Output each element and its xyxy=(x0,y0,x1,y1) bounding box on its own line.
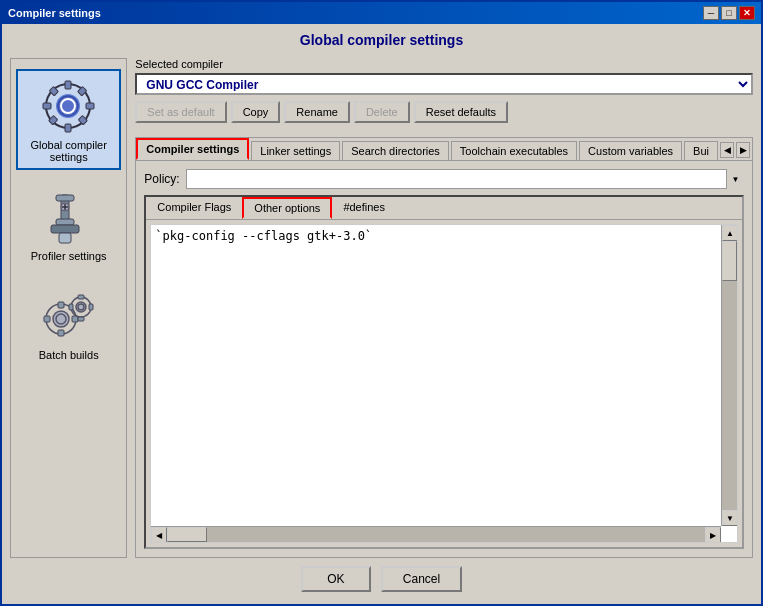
horizontal-scrollbar[interactable]: ◀ ▶ xyxy=(151,526,721,542)
set-as-default-button[interactable]: Set as default xyxy=(135,101,226,123)
svg-rect-26 xyxy=(44,316,50,322)
cancel-button[interactable]: Cancel xyxy=(381,566,462,592)
svg-rect-16 xyxy=(51,225,79,233)
profiler-icon xyxy=(39,187,99,247)
tab-linker-settings[interactable]: Linker settings xyxy=(251,141,340,160)
svg-rect-25 xyxy=(58,330,64,336)
sidebar-item-profiler[interactable]: Profiler settings xyxy=(16,180,121,269)
svg-rect-3 xyxy=(65,81,71,89)
window-content: Global compiler settings xyxy=(2,24,761,604)
tab-bui[interactable]: Bui xyxy=(684,141,718,160)
svg-rect-32 xyxy=(78,317,84,321)
compiler-row: GNU GCC Compiler xyxy=(135,73,753,95)
svg-rect-31 xyxy=(78,295,84,299)
outer-tabs-list: Compiler settings Linker settings Search… xyxy=(136,138,720,160)
reset-defaults-button[interactable]: Reset defaults xyxy=(414,101,508,123)
outer-tab-content: Policy: ▼ C xyxy=(136,161,752,557)
scroll-thumb-v[interactable] xyxy=(722,241,737,281)
compiler-select[interactable]: GNU GCC Compiler xyxy=(135,73,753,95)
svg-rect-17 xyxy=(59,233,71,243)
tab-nav-right[interactable]: ▶ xyxy=(736,142,750,158)
copy-button[interactable]: Copy xyxy=(231,101,281,123)
delete-button[interactable]: Delete xyxy=(354,101,410,123)
minimize-button[interactable]: ─ xyxy=(703,6,719,20)
scroll-down-arrow[interactable]: ▼ xyxy=(722,510,738,526)
sidebar-label-profiler: Profiler settings xyxy=(31,250,107,262)
scroll-thumb-h[interactable] xyxy=(167,527,207,542)
policy-select-wrapper: ▼ xyxy=(186,169,744,189)
tab-compiler-settings[interactable]: Compiler settings xyxy=(136,138,249,160)
svg-rect-6 xyxy=(86,103,94,109)
scroll-track-v[interactable] xyxy=(722,241,737,510)
title-bar: Compiler settings ─ □ ✕ xyxy=(2,2,761,24)
svg-rect-24 xyxy=(58,302,64,308)
gear-settings-icon xyxy=(39,76,99,136)
close-button[interactable]: ✕ xyxy=(739,6,755,20)
scroll-up-arrow[interactable]: ▲ xyxy=(722,225,738,241)
svg-rect-5 xyxy=(43,103,51,109)
tab-nav-left[interactable]: ◀ xyxy=(720,142,734,158)
svg-rect-4 xyxy=(65,124,71,132)
sidebar-item-batch-builds[interactable]: Batch builds xyxy=(16,279,121,368)
sidebar-label-batch: Batch builds xyxy=(39,349,99,361)
sidebar-label-global: Global compiler settings xyxy=(30,139,106,163)
compiler-buttons-row: Set as default Copy Rename Delete Reset … xyxy=(135,101,753,123)
outer-tab-nav: ◀ ▶ xyxy=(720,142,752,160)
vertical-scrollbar[interactable]: ▲ ▼ xyxy=(721,225,737,526)
tab-toolchain-executables[interactable]: Toolchain executables xyxy=(451,141,577,160)
ok-button[interactable]: OK xyxy=(301,566,371,592)
svg-rect-14 xyxy=(56,195,74,201)
svg-rect-33 xyxy=(69,304,73,310)
sidebar-item-global-compiler[interactable]: Global compiler settings xyxy=(16,69,121,170)
main-window: Compiler settings ─ □ ✕ Global compiler … xyxy=(0,0,763,606)
outer-tab-bar: Compiler settings Linker settings Search… xyxy=(136,138,752,161)
policy-label: Policy: xyxy=(144,172,179,186)
inner-tab-other-options[interactable]: Other options xyxy=(242,197,332,219)
scroll-right-arrow[interactable]: ▶ xyxy=(705,527,721,543)
selected-compiler-label: Selected compiler xyxy=(135,58,753,70)
svg-rect-15 xyxy=(56,219,74,225)
bottom-buttons: OK Cancel xyxy=(10,558,753,596)
tab-search-directories[interactable]: Search directories xyxy=(342,141,449,160)
maximize-button[interactable]: □ xyxy=(721,6,737,20)
inner-tabs-section: Compiler Flags Other options #defines xyxy=(144,195,744,549)
right-panel: Selected compiler GNU GCC Compiler Set a… xyxy=(135,58,753,558)
policy-dropdown-arrow[interactable]: ▼ xyxy=(726,169,744,189)
other-options-textarea[interactable]: `pkg-config --cflags gtk+-3.0` xyxy=(151,225,721,526)
inner-tab-defines[interactable]: #defines xyxy=(332,197,396,219)
rename-button[interactable]: Rename xyxy=(284,101,350,123)
outer-tabs-panel: Compiler settings Linker settings Search… xyxy=(135,137,753,558)
svg-rect-34 xyxy=(89,304,93,310)
compiler-select-wrapper: GNU GCC Compiler xyxy=(135,73,753,95)
policy-select[interactable] xyxy=(186,169,744,189)
window-controls: ─ □ ✕ xyxy=(703,6,755,20)
scroll-track-h[interactable] xyxy=(167,527,705,542)
svg-point-11 xyxy=(56,94,80,118)
sidebar: Global compiler settings xyxy=(10,58,127,558)
policy-row: Policy: ▼ xyxy=(144,169,744,189)
scroll-left-arrow[interactable]: ◀ xyxy=(151,527,167,543)
inner-tab-bar: Compiler Flags Other options #defines xyxy=(146,197,742,220)
dialog-title: Global compiler settings xyxy=(10,32,753,48)
inner-tab-compiler-flags[interactable]: Compiler Flags xyxy=(146,197,242,219)
inner-tab-content: `pkg-config --cflags gtk+-3.0` ▲ ▼ xyxy=(150,224,738,543)
main-area: Global compiler settings xyxy=(10,58,753,558)
batch-icon xyxy=(39,286,99,346)
selected-compiler-section: Selected compiler GNU GCC Compiler Set a… xyxy=(135,58,753,129)
tab-custom-variables[interactable]: Custom variables xyxy=(579,141,682,160)
window-title: Compiler settings xyxy=(8,7,101,19)
